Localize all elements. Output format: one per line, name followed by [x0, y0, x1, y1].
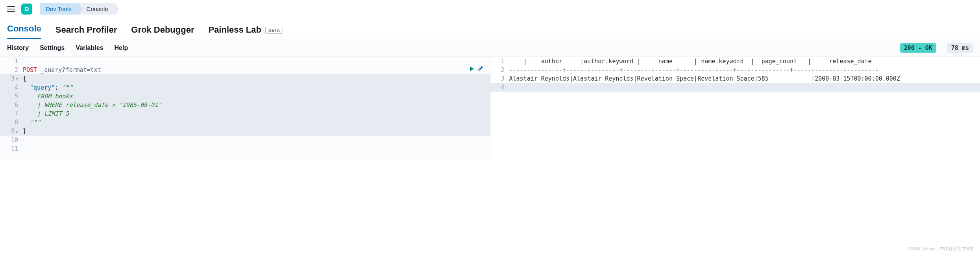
- toolbar: History Settings Variables Help 200 - OK…: [0, 39, 980, 57]
- line-number: 3: [490, 74, 509, 83]
- response-line: ---------------+---------------+--------…: [509, 66, 980, 74]
- tab-search-profiler[interactable]: Search Profiler: [55, 25, 117, 39]
- play-icon[interactable]: [469, 66, 474, 72]
- code-line: }: [23, 127, 26, 134]
- breadcrumb: Dev Tools Console: [40, 3, 115, 15]
- status-badge: 200 - OK: [900, 43, 936, 53]
- tab-grok-debugger[interactable]: Grok Debugger: [131, 25, 194, 39]
- response-line: | author |author.keyword | name | name.k…: [509, 57, 980, 66]
- line-number: 1: [0, 57, 23, 66]
- line-number: 2: [490, 66, 509, 74]
- line-number: 7: [0, 109, 23, 118]
- tab-painless-lab-label: Painless Lab: [208, 25, 261, 35]
- breadcrumb-dev-tools[interactable]: Dev Tools: [40, 3, 79, 15]
- request-method: POST: [23, 66, 37, 74]
- wrench-icon[interactable]: [477, 66, 484, 72]
- line-number: 9▲: [0, 127, 23, 136]
- app-badge[interactable]: D: [21, 4, 32, 15]
- tab-console[interactable]: Console: [7, 24, 41, 39]
- line-number: 6: [0, 101, 23, 109]
- line-number: 5: [0, 92, 23, 101]
- code-line: {: [23, 75, 26, 82]
- line-number: 1: [490, 57, 509, 66]
- response-viewer[interactable]: 1 | author |author.keyword | name | name…: [490, 57, 980, 92]
- request-editor[interactable]: 1 2POST _query?format=txt 3▼{ 4 "query":…: [0, 57, 490, 153]
- line-number: 4: [490, 83, 509, 92]
- toolbar-variables[interactable]: Variables: [76, 44, 103, 52]
- line-number: 11: [0, 144, 23, 153]
- toolbar-help[interactable]: Help: [115, 44, 128, 52]
- request-path: _query?format=txt: [41, 66, 101, 74]
- tabs: Console Search Profiler Grok Debugger Pa…: [0, 18, 980, 39]
- breadcrumb-console: Console: [79, 3, 115, 15]
- response-time: 78 ms: [947, 43, 973, 53]
- line-number: 8: [0, 118, 23, 127]
- toolbar-history[interactable]: History: [7, 44, 29, 52]
- line-number: 3▼: [0, 74, 23, 83]
- toolbar-settings[interactable]: Settings: [40, 44, 65, 52]
- line-number: 2: [0, 66, 23, 74]
- menu-icon[interactable]: [6, 5, 17, 13]
- response-line: Alastair Reynolds|Alastair Reynolds|Reve…: [509, 74, 980, 83]
- response-line: [509, 83, 980, 92]
- line-number: 10: [0, 136, 23, 144]
- beta-badge: BETA: [265, 27, 283, 34]
- line-number: 4: [0, 83, 23, 92]
- tab-painless-lab[interactable]: Painless Lab BETA: [208, 25, 283, 39]
